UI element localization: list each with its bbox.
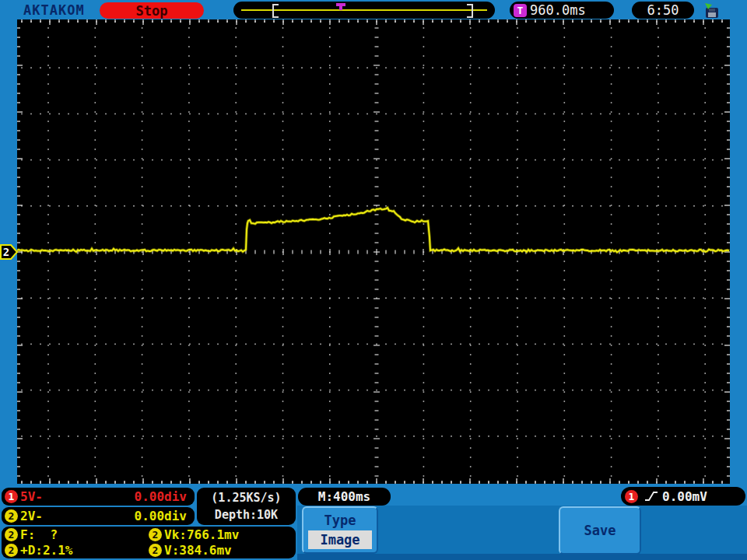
trigger-position-bar [233, 2, 495, 19]
rising-edge-icon [644, 490, 659, 502]
channel2-badge: 2 [149, 544, 162, 557]
channel2-badge: 2 [5, 544, 18, 557]
channel2-badge: 2 [5, 528, 18, 541]
brand-logo: AKTAKOM [23, 2, 85, 18]
type-menu-softkey[interactable]: Type Image [302, 506, 378, 554]
trigger-offset-badge: T 960.0ms [510, 2, 614, 19]
trigger-t-icon: T [514, 4, 527, 17]
channel1-badge: 1 [5, 490, 18, 503]
measurement-frequency: 2 F: ? [5, 527, 149, 542]
channel1-position: 0.00div [135, 489, 187, 504]
menu-bottom-strip [297, 554, 747, 560]
trigger-marker-icon [336, 3, 345, 6]
channel2-scale: 2V- [20, 509, 43, 523]
type-menu-label: Type [324, 513, 356, 528]
window-left-bracket-icon [272, 4, 279, 18]
sample-rate: (1.25KS/s) [211, 489, 281, 506]
timebase-badge: M:400ms [298, 488, 391, 506]
window-right-bracket-icon [467, 4, 473, 18]
save-button[interactable]: Save [559, 506, 641, 555]
scope-display [17, 19, 730, 484]
svg-text:2: 2 [3, 246, 9, 258]
measurement-duty-value: +D:2.1% [20, 543, 72, 558]
channel2-position: 0.00div [135, 509, 187, 523]
type-menu-selected-value[interactable]: Image [308, 530, 372, 549]
measurements-box: 2 F: ? 2 Vk:766.1mv 2 +D:2.1% 2 V:384.6m… [2, 527, 296, 558]
trigger-source-badge: 1 [625, 490, 638, 503]
memory-depth: Depth:10K [215, 506, 278, 523]
channel2-status-row: 2 2V- 0.00div [2, 507, 195, 525]
measurement-v-value: V:384.6mv [164, 543, 232, 558]
graticule-and-trace [17, 19, 730, 484]
channel2-badge: 2 [5, 509, 18, 523]
channel1-status-row: 1 5V- 0.00div [2, 488, 195, 506]
save-button-label: Save [584, 523, 616, 538]
clock: 6:50 [632, 2, 694, 19]
trigger-level-value: 0.00mV [662, 489, 707, 504]
usb-storage-icon [703, 2, 721, 19]
measurement-duty: 2 +D:2.1% [5, 543, 149, 558]
run-state-badge[interactable]: Stop [100, 2, 204, 19]
measurement-vk-value: Vk:766.1mv [164, 527, 239, 542]
measurement-v: 2 V:384.6mv [149, 543, 293, 558]
measurement-vk: 2 Vk:766.1mv [149, 527, 293, 542]
channel1-scale: 5V- [20, 489, 43, 504]
channel2-badge: 2 [149, 528, 162, 541]
trigger-status-badge: 1 0.00mV [621, 487, 745, 506]
trigger-offset-value: 960.0ms [530, 2, 586, 18]
measurement-frequency-value: F: ? [20, 527, 58, 542]
acquisition-info-box: (1.25KS/s) Depth:10K [197, 488, 296, 525]
channel2-ground-marker[interactable]: 2 [0, 243, 19, 261]
